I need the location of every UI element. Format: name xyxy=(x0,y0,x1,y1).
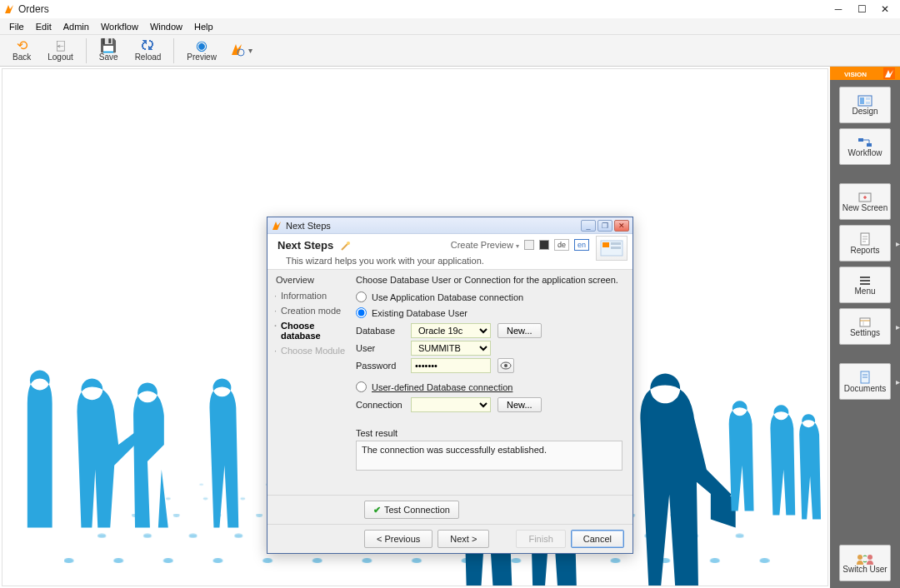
svg-point-46 xyxy=(203,497,208,500)
content-description: Choose Database User or Connection for t… xyxy=(356,275,622,285)
svg-point-102 xyxy=(858,555,862,560)
vision-workflow-button[interactable]: Workflow xyxy=(839,128,891,165)
caret-down-icon: ▾ xyxy=(516,242,519,250)
eye-icon xyxy=(500,361,512,370)
vision-new-screen-button[interactable]: New Screen xyxy=(839,183,891,220)
nav-choose-database[interactable]: Choose database xyxy=(276,318,348,343)
vision-menu-button[interactable]: Menu xyxy=(839,267,891,303)
connection-label: Connection xyxy=(356,400,404,410)
vision-reports-label: Reports xyxy=(850,246,879,255)
back-icon: ⟲ xyxy=(17,39,28,52)
svg-point-6 xyxy=(312,558,322,563)
toolbar-logout-button[interactable]: ⍇ Logout xyxy=(40,36,81,66)
logout-icon: ⍇ xyxy=(57,39,65,52)
svg-rect-74 xyxy=(611,242,621,245)
radio-userdef-conn[interactable] xyxy=(356,381,367,392)
svg-point-16 xyxy=(98,534,106,538)
dialog-header: Next Steps Create Preview ▾ de en This w… xyxy=(268,234,632,270)
header-preview-thumb xyxy=(596,236,628,261)
vision-documents-button[interactable]: Documents ▸ xyxy=(839,363,891,400)
menu-icon xyxy=(858,275,872,287)
svg-point-17 xyxy=(143,534,152,538)
svg-point-5 xyxy=(262,558,272,563)
vision-design-label: Design xyxy=(852,107,878,116)
svg-point-7 xyxy=(362,558,372,563)
window-minimize-button[interactable]: ─ xyxy=(827,1,850,17)
chevron-right-icon[interactable]: ▸ xyxy=(896,239,900,248)
password-label: Password xyxy=(356,361,404,371)
svg-rect-84 xyxy=(858,138,863,142)
dialog-minimize-button[interactable]: _ xyxy=(581,220,596,232)
toolbar-back-label: Back xyxy=(12,52,31,62)
radio-app-db[interactable] xyxy=(356,292,367,302)
svg-point-71 xyxy=(347,242,350,245)
header-icon-2[interactable] xyxy=(539,240,549,250)
radio-existing-user-label: Existing Database User xyxy=(372,308,468,318)
toolbar-logout-label: Logout xyxy=(48,52,73,62)
user-select[interactable]: SUMMITB xyxy=(411,341,491,356)
dialog-maximize-button[interactable]: ❐ xyxy=(598,220,612,232)
toolbar: ⟲ Back ⍇ Logout 💾 Save 🗘 Reload ◉ Previe… xyxy=(0,35,900,67)
vision-settings-button[interactable]: Settings ▸ xyxy=(839,308,891,345)
user-label: User xyxy=(356,343,404,353)
toolbar-back-button[interactable]: ⟲ Back xyxy=(5,36,38,66)
svg-rect-81 xyxy=(860,97,864,104)
svg-text:VISION: VISION xyxy=(844,71,867,78)
vision-panel: VISION Design Workflow New Screen Report… xyxy=(830,67,900,588)
finish-button: Finish xyxy=(516,530,565,548)
window-close-button[interactable]: ✕ xyxy=(873,1,897,17)
test-connection-button[interactable]: ✔ Test Connection xyxy=(364,501,459,519)
lang-de-button[interactable]: de xyxy=(554,239,569,251)
svg-point-77 xyxy=(504,364,508,367)
menu-help[interactable]: Help xyxy=(188,22,219,32)
menu-edit[interactable]: Edit xyxy=(30,22,58,32)
nav-choose-module: Choose Module xyxy=(276,343,348,358)
menu-workflow[interactable]: Workflow xyxy=(95,22,144,32)
dialog-subtitle: This wizard helps you work with your app… xyxy=(278,256,622,266)
vision-switch-user-button[interactable]: Switch User xyxy=(839,545,891,581)
nav-information[interactable]: Information xyxy=(276,288,348,303)
vision-reports-button[interactable]: Reports ▸ xyxy=(839,225,891,262)
password-field[interactable] xyxy=(411,358,491,373)
test-connection-label: Test Connection xyxy=(384,505,450,515)
database-select[interactable]: Oracle 19c xyxy=(411,323,491,338)
toolbar-preview-button[interactable]: ◉ Preview xyxy=(179,36,224,66)
cancel-button[interactable]: Cancel xyxy=(571,530,624,548)
vision-design-button[interactable]: Design xyxy=(839,87,891,123)
create-preview-dropdown[interactable]: Create Preview ▾ xyxy=(451,240,519,250)
window-maximize-button[interactable]: ☐ xyxy=(850,1,873,17)
connection-new-button[interactable]: New... xyxy=(498,397,542,412)
lang-en-button[interactable]: en xyxy=(574,239,589,251)
next-button[interactable]: Next > xyxy=(438,530,489,548)
toolbar-visionx-dropdown[interactable]: ▾ xyxy=(226,36,257,66)
chevron-right-icon[interactable]: ▸ xyxy=(896,377,900,386)
radio-existing-user[interactable] xyxy=(356,307,367,318)
previous-button[interactable]: < Previous xyxy=(364,530,432,548)
vision-switch-user-label: Switch User xyxy=(842,565,887,574)
database-new-button[interactable]: New... xyxy=(498,323,542,338)
menu-window[interactable]: Window xyxy=(144,22,188,32)
app-logo-icon xyxy=(3,3,15,15)
toolbar-preview-label: Preview xyxy=(187,52,217,62)
dialog-window-title: Next Steps xyxy=(286,221,331,231)
dialog-close-button[interactable]: ✕ xyxy=(614,220,629,232)
settings-icon xyxy=(858,316,872,328)
svg-point-3 xyxy=(163,558,173,563)
toolbar-save-button[interactable]: 💾 Save xyxy=(92,36,126,66)
menubar: File Edit Admin Workflow Window Help xyxy=(0,18,900,35)
nav-creation-mode[interactable]: Creation mode xyxy=(276,303,348,318)
header-icon-1[interactable] xyxy=(524,240,534,250)
menu-file[interactable]: File xyxy=(3,22,30,32)
dialog-titlebar[interactable]: Next Steps _ ❐ ✕ xyxy=(268,217,632,234)
toggle-password-visibility-button[interactable] xyxy=(498,358,514,373)
toolbar-reload-button[interactable]: 🗘 Reload xyxy=(128,36,169,66)
svg-point-2 xyxy=(113,558,123,563)
svg-point-8 xyxy=(412,558,422,563)
chevron-right-icon[interactable]: ▸ xyxy=(896,322,900,331)
design-icon xyxy=(858,95,872,107)
menu-admin[interactable]: Admin xyxy=(58,22,95,32)
connection-select[interactable] xyxy=(411,397,491,412)
workflow-icon xyxy=(858,137,872,148)
svg-point-1 xyxy=(64,558,74,563)
check-icon: ✔ xyxy=(373,505,381,516)
